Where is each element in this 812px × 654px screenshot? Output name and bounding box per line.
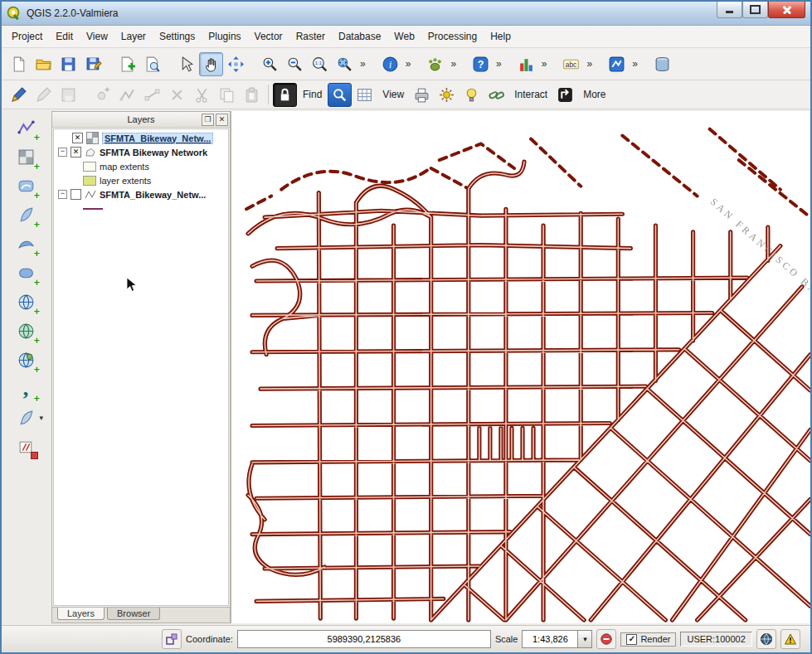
node-tool-button[interactable] bbox=[140, 83, 164, 107]
layers-panel-titlebar[interactable]: Layers ❐ ✕ bbox=[52, 112, 230, 128]
add-feature-button[interactable] bbox=[90, 83, 114, 107]
lightbulb-button[interactable] bbox=[459, 83, 484, 107]
open-project-button[interactable] bbox=[32, 52, 56, 76]
current-edits-button[interactable] bbox=[7, 83, 31, 107]
grass-tools-button[interactable] bbox=[423, 52, 447, 76]
delete-selected-button[interactable] bbox=[165, 83, 189, 107]
close-button[interactable] bbox=[768, 2, 805, 18]
layer-item-group[interactable]: − ✕ SFMTA Bikeway Network bbox=[54, 145, 228, 159]
log-messages-button[interactable] bbox=[780, 629, 800, 649]
help-button[interactable]: ? bbox=[469, 52, 493, 76]
tab-browser[interactable]: Browser bbox=[107, 608, 160, 620]
layer-checkbox[interactable]: ✕ bbox=[72, 133, 83, 143]
new-shapefile-layer-button[interactable] bbox=[12, 434, 39, 460]
menu-plugins[interactable]: Plugins bbox=[202, 28, 247, 45]
legend-item-layer-extents[interactable]: layer extents bbox=[54, 173, 228, 187]
raster-histogram-button[interactable] bbox=[514, 52, 538, 76]
save-project-as-button[interactable] bbox=[81, 52, 105, 76]
save-project-button[interactable] bbox=[56, 52, 80, 76]
move-feature-button[interactable] bbox=[115, 83, 139, 107]
paste-features-button[interactable] bbox=[240, 83, 264, 107]
menu-web[interactable]: Web bbox=[387, 28, 421, 45]
minimize-button[interactable] bbox=[717, 2, 742, 18]
layer-checkbox[interactable]: ✕ bbox=[71, 147, 81, 157]
menu-database[interactable]: Database bbox=[332, 28, 387, 45]
labeling-button[interactable]: abc bbox=[559, 52, 583, 76]
composer-manager-button[interactable] bbox=[140, 52, 164, 76]
db-manager-button[interactable] bbox=[650, 52, 674, 76]
add-wfs-layer-button[interactable]: + bbox=[12, 346, 39, 373]
crs-status[interactable]: USER:100002 bbox=[680, 632, 751, 647]
menu-layer[interactable]: Layer bbox=[114, 28, 153, 45]
cut-features-button[interactable] bbox=[190, 83, 214, 107]
close-panel-button[interactable]: ✕ bbox=[216, 114, 228, 126]
add-mssql-layer-button[interactable]: + bbox=[12, 230, 39, 257]
scale-input[interactable] bbox=[522, 630, 577, 648]
titlebar[interactable]: QGIS 2.2.0-Valmiera bbox=[2, 2, 810, 26]
processing-overflow-chevron[interactable]: » bbox=[630, 58, 640, 70]
zoom-native-button[interactable]: 1:1 bbox=[308, 52, 332, 76]
layer-item-line[interactable]: − SFMTA_Bikeway_Netw... bbox=[54, 187, 228, 201]
grass-overflow-chevron[interactable]: » bbox=[448, 58, 459, 70]
stop-render-button[interactable] bbox=[596, 629, 616, 649]
identify-features-button[interactable]: i bbox=[378, 52, 402, 76]
extent-tracking-button[interactable] bbox=[162, 629, 182, 649]
raster-overflow-chevron[interactable]: » bbox=[539, 58, 550, 70]
new-composer-button[interactable] bbox=[115, 52, 139, 76]
labeling-overflow-chevron[interactable]: » bbox=[584, 58, 595, 70]
attributes-overflow-chevron[interactable]: » bbox=[403, 58, 414, 70]
copy-features-button[interactable] bbox=[215, 83, 239, 107]
interact-tool-button[interactable] bbox=[553, 83, 577, 107]
touch-zoom-pan-button[interactable] bbox=[174, 52, 198, 76]
link-button[interactable] bbox=[484, 83, 508, 107]
processing-button[interactable] bbox=[605, 52, 629, 76]
lock-scale-button[interactable] bbox=[273, 83, 297, 107]
render-checkbox[interactable]: ✓ bbox=[626, 634, 637, 645]
add-wms-layer-button[interactable]: + bbox=[12, 288, 39, 315]
add-delimited-text-layer-button[interactable]: ,+ bbox=[12, 375, 39, 402]
legend-item-map-extents[interactable]: map extents bbox=[54, 159, 228, 173]
find-search-button[interactable] bbox=[328, 83, 352, 107]
add-gpx-layer-button[interactable]: ▾ bbox=[12, 405, 39, 431]
collapse-toggle[interactable]: − bbox=[58, 148, 67, 157]
new-project-button[interactable] bbox=[7, 52, 31, 76]
help-overflow-chevron[interactable]: » bbox=[494, 58, 504, 70]
sun-highlight-button[interactable] bbox=[435, 83, 459, 107]
float-panel-button[interactable]: ❐ bbox=[202, 114, 214, 126]
maximize-button[interactable] bbox=[742, 2, 768, 18]
scale-combo[interactable]: ▾ bbox=[522, 630, 592, 648]
legend-item-line-symbol[interactable] bbox=[54, 201, 228, 216]
coordinate-input[interactable] bbox=[237, 630, 491, 648]
menu-vector[interactable]: Vector bbox=[248, 28, 289, 45]
add-spatialite-layer-button[interactable]: + bbox=[12, 201, 39, 228]
pan-map-button[interactable] bbox=[199, 52, 223, 76]
toolbar-overflow-chevron[interactable]: » bbox=[357, 58, 368, 70]
print-button[interactable] bbox=[410, 83, 434, 107]
projection-button[interactable] bbox=[756, 629, 776, 649]
dropdown-arrow-icon[interactable]: ▾ bbox=[39, 414, 43, 422]
pan-to-selection-button[interactable] bbox=[224, 52, 248, 76]
zoom-out-button[interactable] bbox=[283, 52, 307, 76]
tab-layers[interactable]: Layers bbox=[57, 608, 105, 620]
scale-dropdown-button[interactable]: ▾ bbox=[577, 630, 592, 648]
zoom-full-button[interactable] bbox=[333, 52, 357, 76]
add-wcs-layer-button[interactable]: + bbox=[12, 317, 39, 344]
zoom-in-button[interactable] bbox=[258, 52, 282, 76]
menu-processing[interactable]: Processing bbox=[421, 28, 484, 45]
add-oracle-layer-button[interactable]: + bbox=[12, 259, 39, 286]
attribute-table-button[interactable] bbox=[353, 83, 377, 107]
render-group[interactable]: ✓ Render bbox=[620, 632, 676, 647]
menu-project[interactable]: Project bbox=[5, 28, 49, 45]
layer-item-raster[interactable]: ✕ SFMTA_Bikeway_Netw... bbox=[54, 131, 228, 145]
layer-label[interactable]: SFMTA Bikeway Network bbox=[100, 148, 207, 157]
layer-label[interactable]: SFMTA_Bikeway_Netw... bbox=[100, 190, 206, 200]
add-raster-layer-button[interactable]: + bbox=[12, 143, 39, 170]
collapse-toggle[interactable]: − bbox=[58, 190, 67, 199]
add-postgis-layer-button[interactable]: + bbox=[12, 172, 39, 199]
menu-edit[interactable]: Edit bbox=[49, 28, 80, 45]
menu-help[interactable]: Help bbox=[484, 28, 518, 45]
toggle-editing-button[interactable] bbox=[32, 83, 56, 107]
layer-label[interactable]: SFMTA_Bikeway_Netw... bbox=[102, 133, 213, 144]
save-edits-button[interactable] bbox=[56, 83, 80, 107]
menu-view[interactable]: View bbox=[80, 28, 114, 45]
